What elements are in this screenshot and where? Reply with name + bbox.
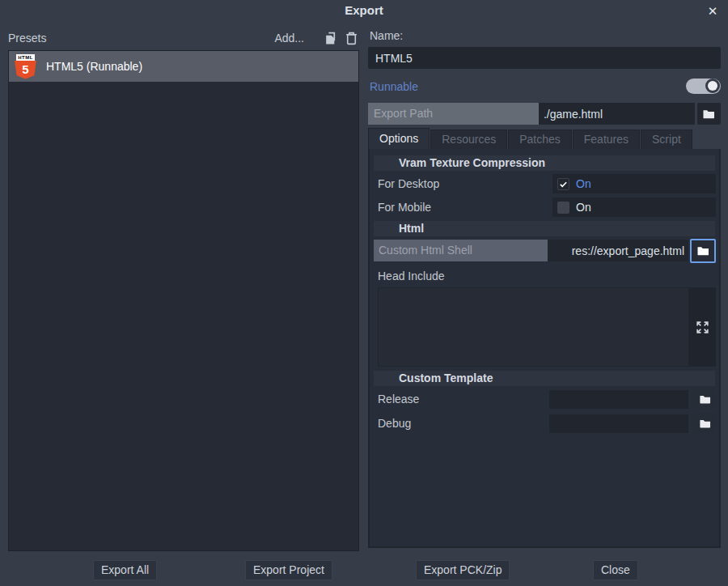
presets-header: Presets Add... (8, 26, 359, 50)
close-icon[interactable]: ✕ (704, 2, 722, 20)
head-include-editor (378, 287, 716, 367)
section-html: Html (374, 221, 715, 236)
dialog-title: Export (0, 0, 728, 21)
name-label: Name: (368, 26, 721, 47)
debug-label: Debug (378, 417, 549, 430)
runnable-label: Runnable (370, 80, 418, 93)
name-input[interactable] (368, 47, 721, 69)
for-mobile-value: On (552, 197, 716, 217)
for-mobile-checkbox[interactable] (557, 202, 569, 214)
preset-item-label: HTML5 (Runnable) (46, 60, 142, 73)
tab-features[interactable]: Features (573, 130, 640, 149)
debug-folder-icon[interactable] (693, 414, 716, 433)
for-desktop-checkbox[interactable] (557, 178, 569, 190)
options-panel: Vram Texture Compression For Desktop On … (368, 149, 721, 548)
for-desktop-value: On (552, 174, 716, 193)
section-vram-texture-compression: Vram Texture Compression (374, 155, 715, 171)
preset-list: HTML 5 HTML5 (Runnable) (8, 50, 359, 551)
export-path-input[interactable] (539, 103, 695, 125)
export-path-label: Export Path (368, 103, 539, 125)
expand-icon[interactable] (696, 321, 709, 334)
prop-row-for-mobile: For Mobile On (378, 197, 716, 217)
export-settings-panel: Name: Runnable Export Path Options Resou… (368, 26, 721, 548)
presets-panel: Presets Add... HTML 5 HTML5 (Runnable) (8, 26, 359, 551)
preset-item-html5[interactable]: HTML 5 HTML5 (Runnable) (9, 51, 358, 82)
tab-resources[interactable]: Resources (430, 130, 507, 149)
export-all-button[interactable]: Export All (93, 560, 157, 580)
runnable-toggle[interactable] (686, 79, 721, 94)
custom-html-shell-label: Custom Html Shell (374, 240, 548, 261)
for-mobile-on-label: On (576, 201, 591, 214)
export-project-button[interactable]: Export Project (245, 560, 332, 580)
prop-row-debug: Debug (378, 414, 716, 433)
section-custom-template: Custom Template (374, 371, 715, 386)
presets-label: Presets (8, 32, 274, 45)
export-path-folder-icon[interactable] (697, 103, 721, 125)
for-mobile-label: For Mobile (378, 201, 552, 214)
prop-row-for-desktop: For Desktop On (378, 174, 716, 193)
toggle-knob (708, 81, 717, 91)
tab-script[interactable]: Script (641, 130, 692, 149)
release-input[interactable] (549, 390, 688, 409)
delete-preset-icon[interactable] (343, 30, 359, 46)
add-preset-button[interactable]: Add... (274, 32, 304, 45)
options-tab-bar: Options Resources Patches Features Scrip… (368, 128, 721, 149)
tab-patches[interactable]: Patches (508, 130, 572, 149)
head-include-gutter (688, 287, 716, 367)
custom-html-shell-folder-icon[interactable] (690, 239, 716, 263)
for-desktop-label: For Desktop (378, 177, 552, 190)
duplicate-preset-icon[interactable] (322, 30, 338, 46)
prop-row-custom-html-shell: Custom Html Shell (374, 240, 716, 261)
head-include-textarea[interactable] (378, 287, 688, 367)
dialog-footer: Export All Export Project Export PCK/Zip… (0, 548, 728, 586)
for-desktop-on-label: On (576, 177, 591, 190)
prop-row-release: Release (378, 389, 716, 409)
html5-badge-top: HTML (16, 54, 35, 61)
html5-badge-shield: 5 (15, 61, 36, 79)
head-include-label: Head Include (378, 267, 716, 285)
debug-input[interactable] (549, 414, 688, 433)
tab-options[interactable]: Options (368, 128, 430, 149)
release-folder-icon[interactable] (693, 389, 716, 409)
dialog-titlebar: Export ✕ (0, 0, 728, 23)
custom-html-shell-input[interactable] (548, 240, 688, 261)
close-button[interactable]: Close (593, 560, 638, 580)
export-pck-zip-button[interactable]: Export PCK/Zip (416, 560, 510, 580)
release-label: Release (378, 393, 549, 406)
html5-logo-icon: HTML 5 (15, 54, 36, 79)
